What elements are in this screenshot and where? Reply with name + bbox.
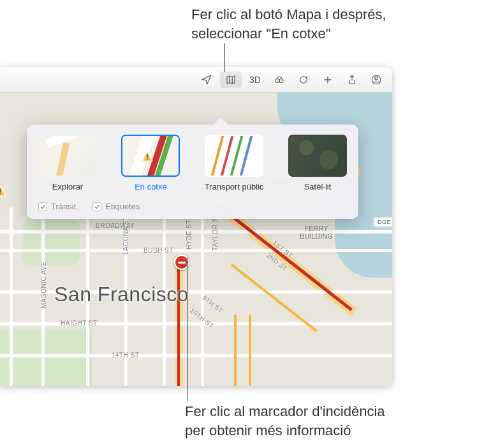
street-label: HYDE ST bbox=[186, 220, 193, 250]
street-label: HAIGHT ST bbox=[61, 320, 98, 327]
check-transit[interactable]: Trànsit bbox=[38, 202, 76, 211]
map-mode-button[interactable] bbox=[220, 71, 242, 88]
mode-row: Explorar En cotxe Transport públic bbox=[38, 135, 347, 191]
checkbox-icon bbox=[92, 202, 101, 211]
svg-point-2 bbox=[300, 76, 307, 83]
callout-line bbox=[187, 257, 187, 401]
svg-rect-6 bbox=[0, 193, 1, 195]
callout-bottom-text: Fer clic al marcador d'incidència per ob… bbox=[185, 403, 385, 438]
road bbox=[0, 354, 392, 357]
mode-transit[interactable]: Transport públic bbox=[205, 135, 264, 191]
location-arrow-icon bbox=[201, 74, 212, 86]
check-label: Etiquetes bbox=[105, 202, 140, 211]
mode-label: En cotxe bbox=[135, 182, 167, 191]
svg-point-0 bbox=[275, 78, 279, 82]
mode-label: Transport públic bbox=[205, 182, 264, 191]
maps-window: 3D bbox=[0, 67, 392, 386]
svg-point-4 bbox=[375, 77, 378, 80]
callout-line bbox=[224, 43, 225, 72]
traffic-medium bbox=[249, 315, 251, 386]
toolbar: 3D bbox=[0, 67, 392, 93]
mode-thumb-drive bbox=[121, 135, 180, 177]
three-d-button[interactable]: 3D bbox=[244, 71, 266, 88]
svg-rect-5 bbox=[0, 189, 1, 193]
street-label: MASONIC AVE bbox=[40, 261, 47, 308]
no-entry-icon bbox=[178, 262, 186, 264]
poi-ferry-building: FERRY BUILDING bbox=[300, 225, 333, 240]
map-icon bbox=[225, 74, 237, 86]
svg-rect-7 bbox=[147, 154, 148, 158]
callout-top: Fer clic al botó Mapa i després, selecci… bbox=[191, 5, 386, 43]
mode-drive[interactable]: En cotxe bbox=[121, 135, 180, 191]
mode-thumb-transit bbox=[205, 135, 263, 177]
street-label: TAYLOR ST bbox=[212, 213, 219, 251]
callout-top-text: Fer clic al botó Mapa i després, selecci… bbox=[191, 6, 386, 41]
binoculars-icon bbox=[274, 74, 285, 86]
mode-thumb-explore bbox=[38, 135, 97, 177]
mode-thumb-satellite bbox=[288, 135, 347, 177]
account-button[interactable] bbox=[365, 71, 387, 88]
park bbox=[0, 329, 92, 386]
mode-satellite[interactable]: Satèl·lit bbox=[288, 135, 347, 191]
street-label: 9TH ST bbox=[202, 294, 224, 315]
hazard-icon bbox=[142, 151, 153, 161]
svg-rect-8 bbox=[147, 159, 148, 160]
map-badge: DGE bbox=[373, 217, 392, 227]
share-icon bbox=[346, 74, 358, 86]
mode-label: Satèl·lit bbox=[304, 182, 332, 191]
svg-point-1 bbox=[279, 78, 283, 82]
look-around-button[interactable] bbox=[268, 71, 290, 88]
account-icon bbox=[371, 74, 382, 86]
check-row: Trànsit Etiquetes bbox=[38, 200, 347, 211]
add-button[interactable] bbox=[317, 71, 339, 88]
street-label: ARGUELLO BLVD bbox=[0, 227, 1, 284]
check-labels[interactable]: Etiquetes bbox=[92, 202, 140, 211]
road bbox=[0, 230, 392, 234]
street-label: BUSH ST bbox=[143, 247, 173, 254]
road bbox=[10, 207, 13, 386]
street-label: 14TH ST bbox=[112, 352, 140, 359]
traffic-heavy bbox=[177, 260, 180, 386]
check-label: Trànsit bbox=[51, 202, 76, 211]
share-button[interactable] bbox=[341, 71, 363, 88]
street-label: LAGUNA ST bbox=[122, 216, 129, 255]
callout-bottom: Fer clic al marcador d'incidència per ob… bbox=[185, 402, 385, 440]
rotate-button[interactable] bbox=[293, 71, 314, 88]
mode-label: Explorar bbox=[52, 182, 83, 191]
city-label: San Francisco bbox=[54, 283, 189, 306]
map-mode-popover: Explorar En cotxe Transport públic bbox=[27, 124, 358, 219]
hazard-marker[interactable] bbox=[0, 185, 6, 197]
traffic-medium bbox=[234, 315, 237, 386]
mode-explore[interactable]: Explorar bbox=[38, 135, 97, 191]
location-button[interactable] bbox=[196, 71, 217, 88]
map-canvas[interactable]: ARGUELLO BLVD MASONIC AVE HAIGHT ST BROA… bbox=[0, 93, 392, 386]
rotate-icon bbox=[298, 74, 309, 86]
road bbox=[0, 322, 392, 325]
plus-icon bbox=[322, 74, 334, 86]
checkbox-icon bbox=[38, 202, 47, 211]
road bbox=[0, 249, 392, 252]
three-d-label: 3D bbox=[249, 75, 261, 85]
park bbox=[22, 220, 80, 265]
